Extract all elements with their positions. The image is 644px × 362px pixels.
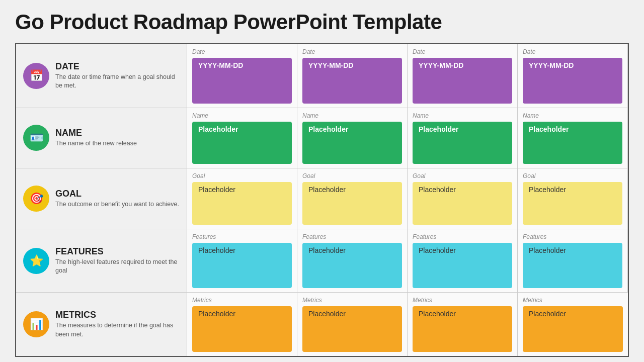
data-cell-metrics-col4[interactable]: MetricsPlaceholder (518, 293, 628, 356)
goal-icon: 🎯 (23, 186, 49, 212)
name-icon: 🪪 (23, 125, 49, 151)
cell-value-features-col1[interactable]: Placeholder (192, 243, 292, 289)
data-cell-features-col1[interactable]: FeaturesPlaceholder (187, 229, 297, 293)
cell-label-name-col3: Name (413, 112, 512, 119)
data-cell-features-col4[interactable]: FeaturesPlaceholder (518, 229, 628, 293)
data-cell-name-col2[interactable]: NamePlaceholder (297, 108, 408, 169)
metrics-label-title: METRICS (55, 310, 180, 320)
cell-label-features-col1: Features (192, 233, 292, 240)
roadmap-table: 📅DATEThe date or time frame when a goal … (15, 43, 629, 357)
cell-label-features-col3: Features (413, 233, 512, 240)
label-cell-date: 📅DATEThe date or time frame when a goal … (16, 44, 187, 108)
data-cell-features-col3[interactable]: FeaturesPlaceholder (408, 229, 518, 293)
goal-label-title: GOAL (55, 189, 179, 199)
cell-value-date-col1[interactable]: YYYY-MM-DD (192, 58, 292, 104)
data-cell-date-col4[interactable]: DateYYYY-MM-DD (518, 44, 628, 108)
cell-label-name-col4: Name (523, 112, 622, 119)
cell-value-goal-col1[interactable]: Placeholder (192, 182, 292, 225)
cell-label-date-col1: Date (192, 48, 292, 55)
metrics-label-desc: The measures to determine if the goal ha… (55, 321, 180, 339)
cell-value-features-col3[interactable]: Placeholder (413, 243, 512, 289)
cell-label-date-col2: Date (302, 48, 402, 55)
label-cell-features: ⭐FEATURESThe high-level features require… (16, 229, 187, 293)
data-cell-name-col4[interactable]: NamePlaceholder (518, 108, 628, 169)
data-cell-metrics-col2[interactable]: MetricsPlaceholder (297, 293, 408, 356)
label-cell-goal: 🎯GOALThe outcome or benefit you want to … (16, 168, 187, 229)
features-icon: ⭐ (23, 248, 49, 274)
cell-value-date-col4[interactable]: YYYY-MM-DD (523, 58, 622, 104)
cell-label-date-col3: Date (413, 48, 512, 55)
cell-label-goal-col2: Goal (302, 172, 402, 179)
data-cell-goal-col3[interactable]: GoalPlaceholder (408, 168, 518, 229)
date-icon: 📅 (23, 63, 49, 89)
cell-value-features-col4[interactable]: Placeholder (523, 243, 622, 289)
cell-value-metrics-col2[interactable]: Placeholder (302, 306, 402, 352)
data-cell-features-col2[interactable]: FeaturesPlaceholder (297, 229, 408, 293)
cell-value-metrics-col1[interactable]: Placeholder (192, 306, 292, 352)
features-label-title: FEATURES (55, 246, 180, 257)
cell-label-goal-col1: Goal (192, 172, 292, 179)
data-cell-date-col1[interactable]: DateYYYY-MM-DD (187, 44, 297, 108)
name-label-desc: The name of the new release (55, 139, 137, 148)
data-cell-name-col1[interactable]: NamePlaceholder (187, 108, 297, 169)
cell-label-name-col2: Name (302, 112, 402, 119)
features-label-desc: The high-level features required to meet… (55, 258, 180, 276)
cell-label-goal-col3: Goal (413, 172, 512, 179)
date-label-title: DATE (55, 61, 180, 72)
cell-value-features-col2[interactable]: Placeholder (302, 243, 402, 289)
cell-label-name-col1: Name (192, 112, 292, 119)
name-label-title: NAME (55, 128, 137, 138)
data-cell-metrics-col1[interactable]: MetricsPlaceholder (187, 293, 297, 356)
cell-value-goal-col2[interactable]: Placeholder (302, 182, 402, 225)
cell-value-date-col2[interactable]: YYYY-MM-DD (302, 58, 402, 104)
cell-label-date-col4: Date (523, 48, 622, 55)
cell-label-metrics-col3: Metrics (413, 297, 512, 304)
date-label-desc: The date or time frame when a goal shoul… (55, 73, 180, 90)
data-cell-metrics-col3[interactable]: MetricsPlaceholder (408, 293, 518, 356)
data-cell-date-col3[interactable]: DateYYYY-MM-DD (408, 44, 518, 108)
cell-label-metrics-col4: Metrics (523, 297, 623, 304)
cell-value-name-col4[interactable]: Placeholder (523, 122, 622, 164)
cell-value-metrics-col4[interactable]: Placeholder (523, 306, 623, 352)
cell-label-features-col2: Features (302, 233, 402, 240)
data-cell-goal-col2[interactable]: GoalPlaceholder (297, 168, 408, 229)
data-cell-name-col3[interactable]: NamePlaceholder (408, 108, 518, 169)
cell-label-metrics-col1: Metrics (192, 297, 292, 304)
cell-value-name-col1[interactable]: Placeholder (192, 122, 292, 164)
data-cell-date-col2[interactable]: DateYYYY-MM-DD (297, 44, 408, 108)
table-grid: 📅DATEThe date or time frame when a goal … (16, 44, 628, 356)
page-title: Go Product Roadmap PowerPoint Template (15, 10, 629, 34)
cell-value-date-col3[interactable]: YYYY-MM-DD (413, 58, 512, 104)
goal-label-desc: The outcome or benefit you want to achie… (55, 200, 179, 209)
cell-value-name-col2[interactable]: Placeholder (302, 122, 402, 164)
data-cell-goal-col1[interactable]: GoalPlaceholder (187, 168, 297, 229)
cell-label-goal-col4: Goal (523, 172, 622, 179)
cell-label-metrics-col2: Metrics (302, 297, 402, 304)
metrics-icon: 📊 (23, 311, 49, 337)
cell-value-goal-col4[interactable]: Placeholder (523, 182, 622, 225)
data-cell-goal-col4[interactable]: GoalPlaceholder (518, 168, 628, 229)
cell-label-features-col4: Features (523, 233, 622, 240)
cell-value-goal-col3[interactable]: Placeholder (413, 182, 512, 225)
label-cell-metrics: 📊METRICSThe measures to determine if the… (16, 293, 187, 356)
label-cell-name: 🪪NAMEThe name of the new release (16, 108, 187, 169)
cell-value-metrics-col3[interactable]: Placeholder (413, 306, 512, 352)
cell-value-name-col3[interactable]: Placeholder (413, 122, 512, 164)
